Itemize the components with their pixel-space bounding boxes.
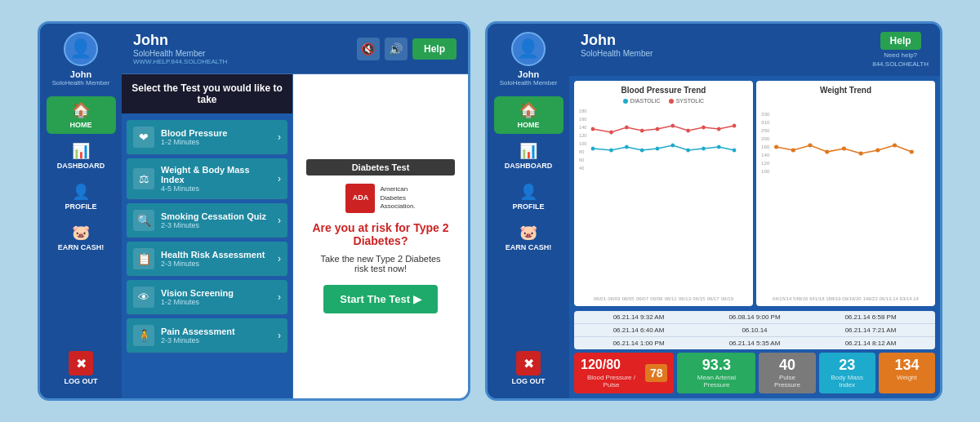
- map-metric-card: 93.3 Mean Arterial Pressure: [677, 353, 755, 393]
- svg-text:120: 120: [579, 133, 586, 138]
- clipboard-icon: 📋: [133, 248, 154, 269]
- right-sidebar-profile[interactable]: 👤 PROFILE: [494, 178, 564, 215]
- svg-text:330: 330: [761, 111, 770, 117]
- hist-date-8: 06.21.14 5:35 AM: [697, 340, 813, 347]
- test-name-hra: Health Risk Assessment: [161, 250, 271, 260]
- ada-logo-text: AmericanDiabetesAssociation.: [380, 185, 415, 211]
- sidebar-home-label: HOME: [70, 121, 92, 129]
- sidebar-item-profile[interactable]: 👤 PROFILE: [47, 178, 116, 215]
- svg-point-24: [686, 149, 690, 153]
- right-profile-label: PROFILE: [512, 202, 544, 211]
- right-logout-label: LOG OUT: [512, 377, 546, 385]
- main-user-role: SoloHealth Member: [133, 49, 227, 58]
- hist-date-5: 06.10.14: [697, 326, 813, 334]
- left-user-header: 👤 John SoloHealth Member: [52, 32, 110, 87]
- map-value: 93.3: [702, 358, 731, 372]
- test-duration-pain: 2-3 Minutes: [161, 336, 271, 344]
- scale-icon: ⚖: [133, 168, 154, 189]
- right-sidebar-home[interactable]: 🏠 HOME: [494, 96, 564, 134]
- right-sidebar-earn[interactable]: 🐷 EARN CASH!: [494, 219, 564, 256]
- test-item-text-weight: Weight & Body Mass Index 4-5 Minutes: [161, 165, 271, 193]
- test-name-vision: Vision Screening: [161, 288, 271, 298]
- chevron-right-icon-4: ›: [278, 253, 281, 264]
- test-item-hra[interactable]: 📋 Health Risk Assessment 2-3 Minutes ›: [127, 242, 287, 277]
- test-item-smoking[interactable]: 🔍 Smoking Cessation Quiz 2-3 Minutes ›: [127, 203, 287, 238]
- sidebar-item-dashboard[interactable]: 📊 DASHBOARD: [47, 137, 116, 175]
- main-user-url: WWW.HELP.844.SOLOHEALTH: [133, 58, 227, 65]
- test-item-weight[interactable]: ⚖ Weight & Body Mass Index 4-5 Minutes ›: [127, 158, 287, 200]
- eye-icon: 👁: [133, 287, 154, 308]
- bmi-value: 23: [839, 358, 855, 372]
- right-help-sub: Need help?: [884, 51, 917, 59]
- test-item-vision[interactable]: 👁 Vision Screening 1-2 Minutes ›: [127, 280, 287, 315]
- hist-date-9: 06.21.14 8:12 AM: [813, 340, 929, 347]
- right-home-icon: 🏠: [519, 101, 537, 119]
- history-row-2: 06.21.14 6:40 AM 06.10.14 06.21.14 7:21 …: [574, 324, 935, 337]
- test-item-pain[interactable]: 🧍 Pain Assessment 2-3 Minutes ›: [127, 318, 287, 353]
- left-panel: 👤 John SoloHealth Member 🏠 HOME 📊 DASHBO…: [38, 21, 470, 401]
- test-item-bp[interactable]: ❤ Blood Pressure 1-2 Minutes ›: [127, 120, 287, 155]
- bp-chart-card: Blood Pressure Trend DIASTOLIC SYSTOLIC: [574, 81, 753, 306]
- user-icon: 👤: [69, 38, 91, 60]
- volume-button[interactable]: 🔊: [385, 38, 408, 60]
- right-dashboard-icon: 📊: [519, 142, 537, 160]
- hist-date-7: 06.21.14 1:00 PM: [581, 340, 697, 347]
- sidebar-dashboard-label: DASHBOARD: [57, 162, 105, 170]
- test-list-title: Select the Test you would like to take: [122, 74, 292, 113]
- right-earn-label: EARN CASH!: [506, 243, 552, 251]
- hist-date-3: 06.21.14 6:58 PM: [813, 313, 929, 321]
- mute-button[interactable]: 🔇: [357, 38, 380, 60]
- right-avatar: 👤: [511, 32, 546, 66]
- sidebar-earn-label: EARN CASH!: [58, 243, 105, 251]
- svg-point-43: [893, 144, 897, 148]
- right-sidebar-logout[interactable]: ✖ LOG OUT: [494, 346, 564, 390]
- svg-point-17: [733, 124, 737, 128]
- left-content: Select the Test you would like to take ❤…: [122, 74, 468, 398]
- ada-logo: ADA AmericanDiabetesAssociation.: [345, 184, 415, 213]
- svg-point-9: [609, 131, 613, 135]
- pulse-label: Pulse Pressure: [765, 374, 808, 389]
- svg-text:160: 160: [761, 144, 770, 149]
- weight-chart-area: 330 310 250 200 160 140 120 100: [761, 109, 930, 296]
- help-button[interactable]: Help: [412, 38, 457, 60]
- legend-systolic: SYSTOLIC: [669, 98, 705, 104]
- svg-point-23: [670, 144, 675, 148]
- svg-point-26: [717, 145, 721, 149]
- right-sidebar-dashboard[interactable]: 📊 DASHBOARD: [494, 137, 564, 175]
- chevron-right-icon-6: ›: [278, 330, 281, 341]
- ad-title: Diabetes Test: [306, 159, 455, 175]
- sidebar-item-home[interactable]: 🏠 HOME: [47, 96, 116, 134]
- right-header: John SoloHealth Member Help Need help? 8…: [569, 24, 940, 76]
- test-duration-bp: 1-2 Minutes: [161, 138, 271, 146]
- test-item-text-vision: Vision Screening 1-2 Minutes: [161, 288, 271, 306]
- start-test-button[interactable]: Start The Test ▶: [323, 285, 437, 313]
- test-name-smoking: Smoking Cessation Quiz: [161, 211, 271, 221]
- weight-value: 134: [894, 358, 919, 372]
- test-name-weight: Weight & Body Mass Index: [161, 165, 271, 184]
- sidebar-item-earn-cash[interactable]: 🐷 EARN CASH!: [47, 219, 116, 256]
- bp-chart-svg: 180 160 140 120 100 80 60 40: [579, 106, 748, 180]
- person-icon: 🧍: [133, 325, 154, 346]
- ad-subtext: Take the new Type 2 Diabetes risk test n…: [320, 254, 440, 273]
- right-user-header: 👤 John SoloHealth Member: [500, 32, 558, 87]
- chevron-right-icon-5: ›: [278, 291, 281, 303]
- pulse-metric-card: 40 Pulse Pressure: [759, 353, 815, 393]
- svg-text:100: 100: [761, 168, 770, 174]
- hist-date-6: 06.21.14 7:21 AM: [813, 326, 929, 334]
- right-help-button[interactable]: Help: [880, 32, 921, 50]
- profile-icon: 👤: [72, 183, 90, 201]
- svg-text:120: 120: [761, 160, 770, 166]
- svg-point-21: [640, 149, 644, 153]
- svg-text:160: 160: [579, 117, 586, 122]
- bp-chart-legend: DIASTOLIC SYSTOLIC: [579, 98, 748, 104]
- sidebar-item-logout[interactable]: ✖ LOG OUT: [47, 346, 116, 390]
- bp-values: 120/80 Blood Pressure / Pulse: [581, 358, 642, 389]
- weight-legend-spacer: [761, 98, 930, 109]
- right-sidebar-name: John: [518, 69, 539, 79]
- right-home-label: HOME: [518, 121, 540, 129]
- heartbeat-icon: ❤: [133, 127, 154, 148]
- svg-text:60: 60: [579, 158, 584, 162]
- bp-chart-area: 180 160 140 120 100 80 60 40: [579, 106, 748, 296]
- test-name-bp: Blood Pressure: [161, 128, 271, 138]
- weight-chart-card: Weight Trend 330 310 250 200 160 140 120: [756, 81, 935, 306]
